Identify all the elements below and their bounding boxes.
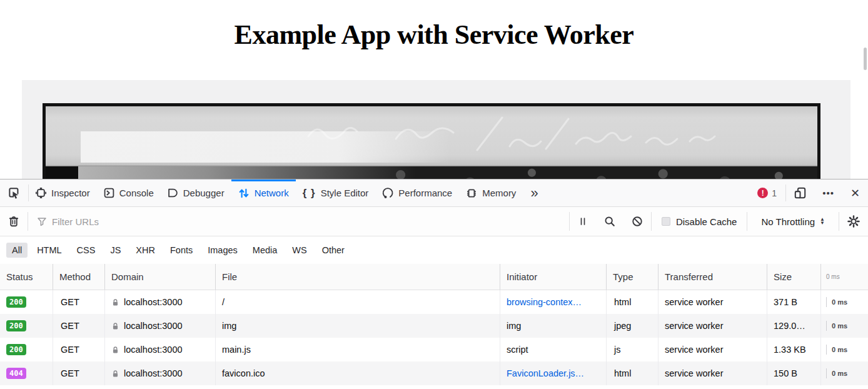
block-requests-button[interactable]	[623, 207, 651, 236]
file-cell: /	[216, 290, 500, 314]
pick-element-icon	[8, 187, 20, 199]
filter-all[interactable]: All	[6, 243, 28, 258]
waterfall-tick	[826, 297, 827, 307]
request-row-mainjs[interactable]: 200 GET localhost:3000 main.js script js…	[0, 338, 868, 361]
error-count: 1	[772, 188, 777, 198]
col-transferred[interactable]: Transferred	[659, 264, 767, 290]
initiator-cell[interactable]: browsing-contex…	[500, 290, 607, 314]
disable-cache-checkbox[interactable]	[662, 217, 670, 226]
block-icon	[632, 216, 643, 227]
request-row-root[interactable]: 200 GET localhost:3000 / browsing-contex…	[0, 290, 868, 314]
filter-js[interactable]: JS	[104, 243, 126, 258]
col-size[interactable]: Size	[767, 264, 821, 290]
file-cell: favicon.ico	[216, 361, 500, 385]
size-cell: 1.33 KB	[767, 338, 821, 361]
status-cell: 200	[0, 290, 53, 314]
type-cell: js	[607, 338, 659, 361]
tab-label: Inspector	[51, 188, 90, 198]
network-toolbar: Disable Cache No Throttling ▲▼	[0, 207, 868, 236]
method-cell: GET	[53, 314, 105, 338]
network-settings-button[interactable]	[839, 207, 868, 236]
meatballs-icon: •••	[822, 188, 834, 198]
request-row-favicon[interactable]: 404 GET localhost:3000 favicon.ico Favic…	[0, 361, 868, 385]
status-cell: 404	[0, 361, 53, 385]
tab-console[interactable]: Console	[97, 179, 161, 206]
waterfall-tick	[826, 321, 827, 331]
timeline-cell: 0 ms	[821, 290, 868, 314]
col-initiator[interactable]: Initiator	[500, 264, 607, 290]
responsive-design-button[interactable]	[786, 179, 814, 206]
initiator-cell: script	[500, 338, 607, 361]
col-domain[interactable]: Domain	[105, 264, 216, 290]
throttling-select[interactable]: No Throttling ▲▼	[747, 207, 839, 236]
type-cell: html	[607, 290, 659, 314]
error-count-button[interactable]: ! 1	[749, 179, 785, 206]
responsive-design-icon	[794, 187, 806, 199]
filter-xhr[interactable]: XHR	[130, 243, 161, 258]
devtools-tabbar: Inspector Console Debugger Network { }	[0, 179, 868, 207]
status-badge: 200	[6, 344, 26, 355]
lock-icon	[111, 298, 119, 306]
inspector-icon	[36, 188, 46, 198]
throttling-value: No Throttling	[761, 216, 815, 227]
page-scrollbar[interactable]	[864, 48, 867, 70]
filter-fonts[interactable]: Fonts	[164, 243, 198, 258]
filter-ws[interactable]: WS	[286, 243, 312, 258]
tab-inspector[interactable]: Inspector	[29, 179, 97, 206]
domain-cell: localhost:3000	[105, 338, 216, 361]
disable-cache-label: Disable Cache	[676, 216, 737, 227]
status-badge: 404	[6, 368, 26, 379]
col-method[interactable]: Method	[53, 264, 105, 290]
col-status[interactable]: Status	[0, 264, 53, 290]
photo-band-fade	[46, 166, 508, 179]
more-tabs-button[interactable]: »	[523, 179, 545, 206]
clear-requests-button[interactable]	[0, 207, 28, 236]
col-file[interactable]: File	[216, 264, 500, 290]
tab-label: Debugger	[183, 188, 225, 198]
memory-icon	[466, 188, 477, 199]
tab-memory[interactable]: Memory	[459, 179, 523, 206]
initiator-cell[interactable]: FaviconLoader.js…	[500, 361, 607, 385]
filter-urls-input[interactable]	[52, 216, 569, 227]
photo-area	[22, 80, 850, 179]
trash-icon	[8, 216, 19, 227]
search-icon	[604, 216, 615, 227]
tab-performance[interactable]: Performance	[375, 179, 459, 206]
size-cell: 150 B	[767, 361, 821, 385]
filter-other[interactable]: Other	[316, 243, 350, 258]
transferred-cell: service worker	[659, 290, 767, 314]
lock-icon	[111, 370, 119, 378]
tab-style-editor[interactable]: { } Style Editor	[296, 179, 376, 206]
tab-debugger[interactable]: Debugger	[161, 179, 231, 206]
menu-button[interactable]: •••	[814, 179, 842, 206]
transferred-cell: service worker	[659, 361, 767, 385]
filter-media[interactable]: Media	[247, 243, 283, 258]
request-row-img[interactable]: 200 GET localhost:3000 img img jpeg serv…	[0, 314, 868, 338]
file-cell: img	[216, 314, 500, 338]
filter-urls-field[interactable]	[28, 207, 569, 236]
disable-cache-control[interactable]: Disable Cache	[652, 207, 747, 236]
filter-css[interactable]: CSS	[71, 243, 101, 258]
status-cell: 200	[0, 314, 53, 338]
col-type[interactable]: Type	[607, 264, 659, 290]
type-cell: jpeg	[607, 314, 659, 338]
initiator-cell: img	[500, 314, 607, 338]
tab-label: Style Editor	[321, 188, 369, 198]
close-icon: ✕	[850, 186, 860, 200]
col-timeline[interactable]: 0 ms	[821, 264, 868, 290]
filter-images[interactable]: Images	[202, 243, 243, 258]
status-badge: 200	[6, 296, 26, 308]
search-button[interactable]	[596, 207, 623, 236]
gear-icon	[847, 215, 860, 228]
pick-element-button[interactable]	[0, 179, 28, 206]
close-devtools-button[interactable]: ✕	[842, 179, 868, 206]
filter-html[interactable]: HTML	[31, 243, 67, 258]
method-cell: GET	[53, 338, 105, 361]
select-arrows-icon: ▲▼	[820, 218, 825, 225]
tab-network[interactable]: Network	[231, 179, 296, 206]
network-icon	[238, 188, 250, 199]
waterfall-tick	[826, 368, 827, 378]
pause-recording-button[interactable]	[570, 207, 596, 236]
lock-icon	[111, 322, 119, 330]
transferred-cell: service worker	[659, 314, 767, 338]
